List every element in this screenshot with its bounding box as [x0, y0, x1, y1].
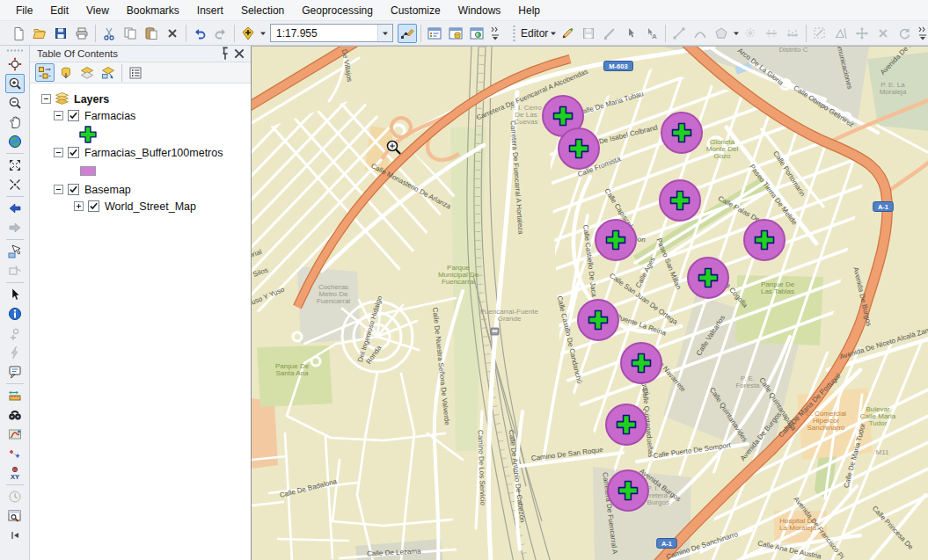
tree-row-layers[interactable]: Layers: [30, 91, 251, 107]
edit-arrow-button[interactable]: [621, 24, 640, 43]
toc-window-button[interactable]: [425, 24, 444, 43]
redo-button[interactable]: [211, 24, 230, 43]
collapse-icon[interactable]: [41, 94, 51, 104]
editor-menu-label[interactable]: Editor: [518, 27, 549, 40]
green-cross-symbol[interactable]: [78, 125, 98, 144]
map-canvas[interactable]: Carretera De Fuencarral A AlcobendasCall…: [252, 47, 928, 560]
tree-row-buffer[interactable]: Farmacias_Buffer100metros: [30, 144, 251, 161]
paste-button[interactable]: [142, 24, 161, 43]
close-icon[interactable]: [232, 47, 246, 61]
layers-label[interactable]: Layers: [74, 93, 109, 105]
find-route-button[interactable]: [5, 425, 25, 444]
menu-edit[interactable]: Edit: [41, 1, 77, 20]
map-scale-combobox[interactable]: 1:17.955: [270, 24, 393, 42]
layer-label[interactable]: Farmacias: [84, 110, 135, 122]
html-popup-button[interactable]: [5, 362, 25, 382]
menu-file[interactable]: File: [7, 1, 41, 20]
tree-row-farmacias[interactable]: Farmacias: [30, 107, 251, 124]
menu-customize[interactable]: Customize: [382, 1, 449, 20]
route-points-button[interactable]: [5, 444, 25, 463]
polygon-tool-button[interactable]: [712, 24, 731, 43]
collapse-icon[interactable]: [54, 111, 63, 120]
menu-help[interactable]: Help: [509, 1, 549, 20]
zoom-out-button[interactable]: [5, 93, 25, 113]
toc-options-button[interactable]: [126, 63, 145, 82]
purple-swatch-symbol[interactable]: [80, 166, 96, 176]
save-button[interactable]: [51, 24, 70, 43]
cut-polygon-button[interactable]: [831, 24, 851, 43]
dropdown-caret-icon[interactable]: [549, 24, 557, 43]
viewer-window-button[interactable]: [5, 506, 25, 526]
menu-insert[interactable]: Insert: [188, 1, 232, 20]
save-edits-button[interactable]: [579, 24, 598, 43]
sketch-tool-button[interactable]: [600, 24, 619, 43]
identify-button[interactable]: [5, 304, 25, 324]
layer-checkbox[interactable]: [68, 147, 79, 158]
arc-segment-button[interactable]: [691, 24, 710, 43]
snap-star-button[interactable]: [741, 24, 760, 43]
find-button[interactable]: [5, 405, 25, 425]
select-features-button[interactable]: [5, 242, 25, 261]
select-elements-button[interactable]: [5, 285, 25, 304]
delete-gray-button[interactable]: [873, 24, 893, 43]
toolbar-expand-button[interactable]: [5, 526, 25, 545]
edit-annotation-button[interactable]: A: [642, 24, 661, 43]
layer-checkbox[interactable]: [68, 110, 79, 121]
menu-view[interactable]: View: [77, 1, 118, 20]
menu-windows[interactable]: Windows: [449, 1, 510, 20]
map-view[interactable]: Carretera De Fuencarral A AlcobendasCall…: [251, 46, 928, 560]
collapse-icon[interactable]: [54, 148, 63, 157]
buffer-symbol-row[interactable]: [30, 161, 251, 181]
midpoint-button[interactable]: [762, 24, 781, 43]
farmacias-symbol-row[interactable]: [30, 124, 251, 144]
expand-icon[interactable]: [74, 201, 84, 211]
rotate-button[interactable]: [895, 24, 914, 43]
add-data-button[interactable]: [238, 24, 258, 43]
fixed-zoom-in-button[interactable]: [5, 156, 25, 175]
zoom-in-button[interactable]: [5, 74, 25, 93]
layer-label[interactable]: Farmacias_Buffer100metros: [84, 147, 223, 159]
delete-button[interactable]: [163, 24, 182, 43]
back-extent-button[interactable]: [5, 199, 25, 218]
new-document-button[interactable]: [9, 24, 28, 43]
tree-row-world-street-map[interactable]: World_Street_Map: [30, 198, 251, 215]
toolbar-overflow-button[interactable]: [917, 24, 928, 43]
move-feature-button[interactable]: [852, 24, 872, 43]
layer-checkbox[interactable]: [68, 184, 79, 195]
menu-geoprocessing[interactable]: Geoprocessing: [293, 1, 382, 20]
cut-button[interactable]: [99, 24, 119, 43]
line-segment-button[interactable]: [669, 24, 689, 43]
reshape-button[interactable]: [810, 24, 829, 43]
go-to-xy-button[interactable]: XY: [5, 463, 25, 483]
copy-button[interactable]: [121, 24, 140, 43]
toolbar-overflow-button[interactable]: [489, 24, 501, 43]
open-folder-button[interactable]: [30, 24, 49, 43]
clear-selection-button[interactable]: [5, 261, 25, 280]
full-extent-button[interactable]: [5, 132, 25, 151]
layer-checkbox[interactable]: [88, 200, 99, 212]
zoom-center-button[interactable]: [5, 55, 25, 74]
fixed-zoom-out-button[interactable]: [5, 175, 25, 194]
tools-toolbar-grip[interactable]: [6, 48, 24, 53]
layer-label[interactable]: World_Street_Map: [105, 200, 196, 213]
list-by-drawing-order-button[interactable]: [35, 63, 55, 82]
list-by-selection-button[interactable]: [99, 63, 118, 82]
layer-label[interactable]: Basemap: [84, 184, 131, 196]
pan-button[interactable]: [5, 113, 25, 132]
menu-bookmarks[interactable]: Bookmarks: [118, 1, 188, 20]
dropdown-caret-icon[interactable]: [732, 24, 740, 43]
endpoint-button[interactable]: [783, 24, 802, 43]
lightning-button[interactable]: [5, 343, 25, 362]
menu-selection[interactable]: Selection: [232, 1, 293, 20]
toolbar-grip[interactable]: [512, 25, 516, 42]
undo-button[interactable]: [190, 24, 209, 43]
search-window-button[interactable]: [467, 24, 486, 43]
list-by-source-button[interactable]: [56, 63, 76, 82]
editor-toolbar-toggle-button[interactable]: [398, 24, 417, 43]
edit-pencil-button[interactable]: [558, 24, 577, 43]
time-slider-button[interactable]: [5, 487, 25, 506]
measure-button[interactable]: [5, 386, 25, 405]
pin-icon[interactable]: [218, 47, 232, 61]
list-by-visibility-button[interactable]: [77, 63, 97, 82]
collapse-icon[interactable]: [54, 185, 63, 194]
